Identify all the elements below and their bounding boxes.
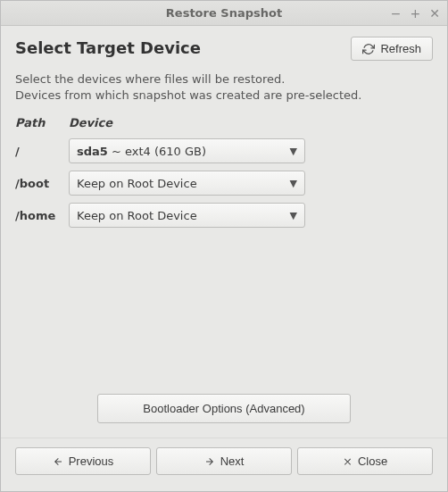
close-label: Close: [358, 454, 387, 468]
page-title: Select Target Device: [15, 38, 201, 57]
desc-line2: Devices from which snapshot was created …: [15, 88, 433, 104]
separator: [1, 438, 447, 438]
window-controls: − + ✕: [391, 7, 440, 20]
refresh-button[interactable]: Refresh: [351, 37, 433, 61]
col-head-device: Device: [69, 116, 305, 131]
window-title: Restore Snapshot: [1, 6, 447, 20]
bootloader-options-button[interactable]: Bootloader Options (Advanced): [97, 394, 350, 423]
chevron-down-icon: ▼: [290, 210, 297, 221]
bootloader-label: Bootloader Options (Advanced): [143, 402, 304, 415]
path-root: /: [15, 145, 63, 158]
bootloader-row: Bootloader Options (Advanced): [15, 394, 433, 423]
refresh-icon: [362, 43, 375, 55]
content-area: Select Target Device Refresh Select the …: [1, 26, 447, 491]
refresh-label: Refresh: [380, 42, 421, 55]
device-select-root[interactable]: sda5 ~ ext4 (610 GB) ▼: [69, 138, 305, 163]
next-button[interactable]: Next: [156, 447, 292, 475]
window: Restore Snapshot − + ✕ Select Target Dev…: [0, 0, 448, 492]
chevron-down-icon: ▼: [290, 146, 297, 157]
header-row: Select Target Device Refresh: [15, 37, 433, 61]
footer-buttons: Previous Next Close: [15, 447, 433, 484]
arrow-right-icon: [204, 456, 215, 467]
device-grid: Path Device / sda5 ~ ext4 (610 GB) ▼ /bo…: [15, 116, 433, 228]
path-home: /home: [15, 209, 63, 222]
col-head-path: Path: [15, 116, 63, 131]
description: Select the devices where files will be r…: [15, 71, 433, 104]
minimize-icon[interactable]: −: [391, 7, 402, 20]
arrow-left-icon: [53, 456, 63, 467]
chevron-down-icon: ▼: [290, 178, 297, 189]
close-window-icon[interactable]: ✕: [429, 7, 440, 20]
previous-label: Previous: [69, 454, 114, 468]
device-value-home: Keep on Root Device: [77, 209, 285, 222]
previous-button[interactable]: Previous: [15, 447, 151, 475]
titlebar: Restore Snapshot − + ✕: [1, 1, 447, 26]
device-value-boot: Keep on Root Device: [77, 177, 285, 190]
device-select-home[interactable]: Keep on Root Device ▼: [69, 203, 305, 228]
maximize-icon[interactable]: +: [411, 7, 421, 20]
device-value-root: sda5 ~ ext4 (610 GB): [77, 145, 285, 158]
close-button[interactable]: Close: [297, 447, 433, 475]
path-boot: /boot: [15, 177, 63, 190]
device-select-boot[interactable]: Keep on Root Device ▼: [69, 171, 305, 196]
next-label: Next: [220, 454, 245, 468]
desc-line1: Select the devices where files will be r…: [15, 71, 433, 88]
close-icon: [343, 456, 353, 466]
